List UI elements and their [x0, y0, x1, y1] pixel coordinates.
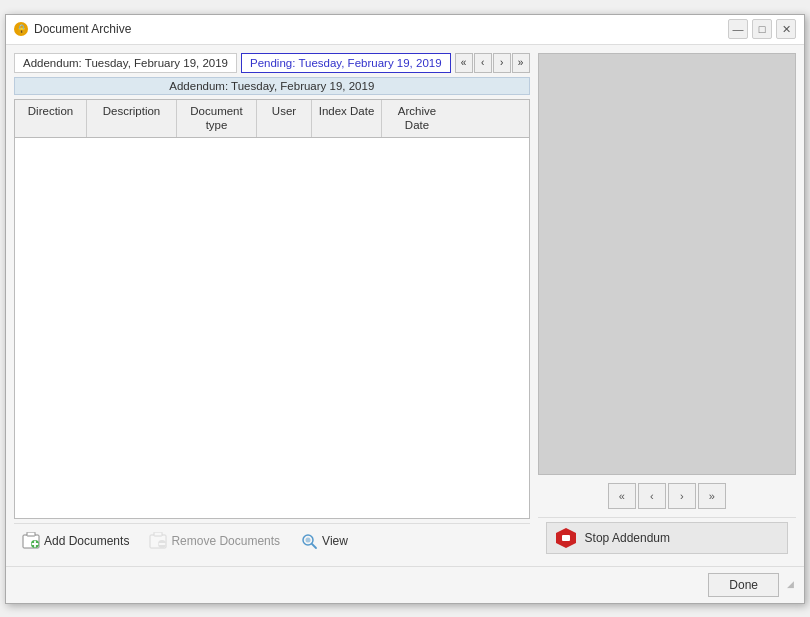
add-documents-icon: [22, 532, 40, 550]
content-area: Addendum: Tuesday, February 19, 2019 Pen…: [6, 45, 804, 566]
title-bar: 🔒 Document Archive — □ ✕: [6, 15, 804, 45]
nav-prev-prev-button[interactable]: «: [455, 53, 473, 73]
next-page-button[interactable]: ›: [668, 483, 696, 509]
stop-addendum-area: Stop Addendum: [538, 517, 796, 558]
table-body: [15, 138, 529, 517]
svg-rect-6: [154, 532, 162, 536]
resize-handle: ◢: [787, 579, 796, 591]
bottom-toolbar: Add Documents Remove Documents: [14, 523, 530, 558]
close-button[interactable]: ✕: [776, 19, 796, 39]
title-bar-left: 🔒 Document Archive: [14, 22, 131, 36]
remove-documents-label: Remove Documents: [171, 534, 280, 548]
documents-table: Direction Description Document type User…: [14, 99, 530, 519]
stop-addendum-button[interactable]: Stop Addendum: [546, 522, 788, 554]
table-header: Direction Description Document type User…: [15, 100, 529, 139]
first-page-button[interactable]: «: [608, 483, 636, 509]
remove-documents-button[interactable]: Remove Documents: [145, 530, 284, 552]
done-button[interactable]: Done: [708, 573, 779, 597]
svg-line-11: [312, 544, 316, 548]
view-label: View: [322, 534, 348, 548]
title-controls: — □ ✕: [728, 19, 796, 39]
col-indexdate-header: Index Date: [312, 100, 382, 138]
add-documents-label: Add Documents: [44, 534, 129, 548]
nav-prev-button[interactable]: ‹: [474, 53, 492, 73]
window-icon: 🔒: [14, 22, 28, 36]
sub-addendum-label: Addendum: Tuesday, February 19, 2019: [14, 77, 530, 95]
minimize-button[interactable]: —: [728, 19, 748, 39]
col-doctype-header: Document type: [177, 100, 257, 138]
svg-point-10: [306, 537, 311, 542]
nav-bar: Addendum: Tuesday, February 19, 2019 Pen…: [14, 53, 530, 73]
window-title: Document Archive: [34, 22, 131, 36]
maximize-button[interactable]: □: [752, 19, 772, 39]
pending-label: Pending: Tuesday, February 19, 2019: [241, 53, 451, 73]
document-archive-window: 🔒 Document Archive — □ ✕ Addendum: Tuesd…: [5, 14, 805, 604]
col-user-header: User: [257, 100, 312, 138]
left-panel: Addendum: Tuesday, February 19, 2019 Pen…: [14, 53, 530, 558]
col-archivedate-header: Archive Date: [382, 100, 452, 138]
prev-page-button[interactable]: ‹: [638, 483, 666, 509]
stop-icon: [555, 527, 577, 549]
footer: Done ◢: [6, 566, 804, 603]
col-description-header: Description: [87, 100, 177, 138]
nav-next-button[interactable]: ›: [493, 53, 511, 73]
nav-next-next-button[interactable]: »: [512, 53, 530, 73]
last-page-button[interactable]: »: [698, 483, 726, 509]
svg-rect-13: [562, 535, 570, 541]
addendum-label: Addendum: Tuesday, February 19, 2019: [14, 53, 237, 73]
nav-arrows: « ‹ › »: [455, 53, 530, 73]
col-direction-header: Direction: [15, 100, 87, 138]
svg-rect-1: [27, 532, 35, 536]
document-preview: [538, 53, 796, 475]
view-icon: [300, 532, 318, 550]
page-navigation: « ‹ › »: [538, 479, 796, 513]
view-button[interactable]: View: [296, 530, 352, 552]
remove-documents-icon: [149, 532, 167, 550]
right-panel: « ‹ › » Stop Addendum: [538, 53, 796, 558]
add-documents-button[interactable]: Add Documents: [18, 530, 133, 552]
stop-addendum-label: Stop Addendum: [585, 531, 670, 545]
